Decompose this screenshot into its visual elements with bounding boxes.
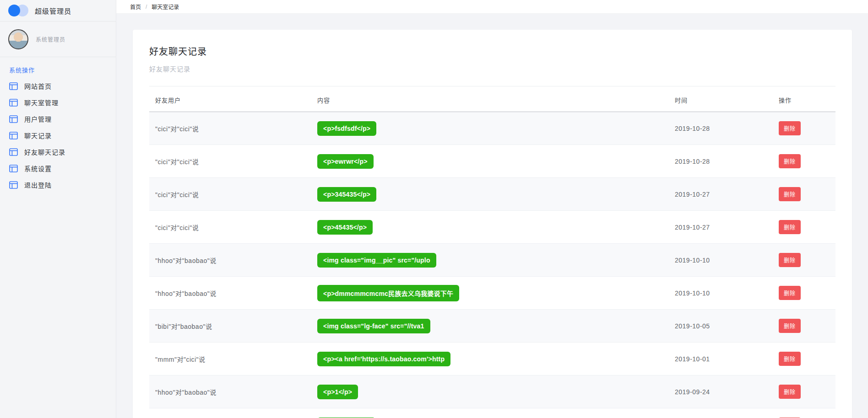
content-badge: <img class="img__pic" src="/uplo xyxy=(317,253,436,268)
row-content: <p>1</p> xyxy=(311,385,669,399)
row-content: <img class="lg-face" src="//tva1 xyxy=(311,319,669,333)
sidebar-menu-item[interactable]: 聊天记录 xyxy=(9,127,116,144)
column-header-content: 内容 xyxy=(311,96,669,104)
content-badge: <p>1</p> xyxy=(317,385,358,399)
menu-items-container: 网站首页 聊天室管理 用户管理 xyxy=(9,78,116,193)
content-badge: <p>fsdfsdf</p> xyxy=(317,121,376,136)
layout-grid-icon xyxy=(9,99,18,107)
row-content: <p>dmmcmmcmcmc民族去义乌我婆说下午 xyxy=(311,285,669,301)
column-header-time: 时间 xyxy=(669,96,773,104)
content-badge: <p>345435</p> xyxy=(317,187,376,202)
row-action: 删除 xyxy=(773,286,835,300)
user-role-label: 系统管理员 xyxy=(36,35,65,43)
table-row: "mmm"对"cici"说 <p><a href='https://s.taob… xyxy=(149,343,835,375)
sidebar-menu-item[interactable]: 网站首页 xyxy=(9,78,116,94)
topbar: 首页 / 聊天室记录 xyxy=(116,0,868,14)
sidebar-menu-item-label: 退出登陆 xyxy=(24,180,52,189)
layout-grid-icon xyxy=(9,148,18,156)
row-user: "hhoo"对"baobao"说 xyxy=(149,289,311,298)
row-action: 删除 xyxy=(773,385,835,399)
column-header-user: 好友用户 xyxy=(149,96,311,104)
delete-button[interactable]: 删除 xyxy=(779,220,801,234)
breadcrumb-home[interactable]: 首页 xyxy=(130,3,141,11)
logo-dark-circle xyxy=(8,5,20,16)
layout-grid-icon xyxy=(9,115,18,123)
content-badge: <p>45435</p> xyxy=(317,220,373,235)
row-user: "cici"对"cici"说 xyxy=(149,124,311,133)
layout-grid-icon xyxy=(9,82,18,90)
row-date: 2019-10-01 xyxy=(669,355,773,363)
brand-title: 超级管理员 xyxy=(35,6,71,16)
sidebar-menu-item-label: 聊天记录 xyxy=(24,131,52,140)
sidebar-menu-item[interactable]: 聊天室管理 xyxy=(9,94,116,111)
sidebar: 超级管理员 系统管理员 系统操作 网站首页 聊天室管理 xyxy=(0,0,116,418)
table-row: "cici"对"cici"说 <p>345435</p> 2019-10-27 … xyxy=(149,178,835,211)
row-action: 删除 xyxy=(773,154,835,168)
table-row: "hhoo"对"baobao"说 <p>111233</p> 2019-09-2… xyxy=(149,408,835,418)
table-row: "cici"对"cici"说 <p>ewrwr</p> 2019-10-28 删… xyxy=(149,145,835,178)
sidebar-menu-item[interactable]: 退出登陆 xyxy=(9,177,116,193)
sidebar-menu-item-label: 网站首页 xyxy=(24,81,52,91)
content-badge: <img class="lg-face" src="//tva1 xyxy=(317,319,430,333)
delete-button[interactable]: 删除 xyxy=(779,385,801,399)
delete-button[interactable]: 删除 xyxy=(779,352,801,366)
content-badge: <p>ewrwr</p> xyxy=(317,154,374,169)
row-content: <p>ewrwr</p> xyxy=(311,154,669,169)
content-badge: <p>dmmcmmcmcmc民族去义乌我婆说下午 xyxy=(317,285,459,301)
sidebar-menu-item[interactable]: 好友聊天记录 xyxy=(9,144,116,160)
row-action: 删除 xyxy=(773,319,835,333)
row-date: 2019-10-28 xyxy=(669,125,773,132)
breadcrumb-separator: / xyxy=(146,4,147,10)
row-date: 2019-10-28 xyxy=(669,158,773,165)
page-title: 好友聊天记录 xyxy=(149,44,835,58)
brand-row: 超级管理员 xyxy=(0,0,116,21)
row-user: "cici"对"cici"说 xyxy=(149,157,311,166)
row-action: 删除 xyxy=(773,121,835,135)
main-content: 好友聊天记录 好友聊天记录 好友用户 内容 时间 操作 "cici"对"cici… xyxy=(116,14,868,418)
avatar xyxy=(8,29,28,49)
row-action: 删除 xyxy=(773,187,835,201)
delete-button[interactable]: 删除 xyxy=(779,286,801,300)
row-date: 2019-10-05 xyxy=(669,322,773,330)
row-user: "cici"对"cici"说 xyxy=(149,190,311,199)
delete-button[interactable]: 删除 xyxy=(779,319,801,333)
row-action: 删除 xyxy=(773,220,835,234)
sidebar-menu-item-label: 聊天室管理 xyxy=(24,98,59,107)
page-subtitle: 好友聊天记录 xyxy=(149,64,835,73)
row-action: 删除 xyxy=(773,253,835,267)
delete-button[interactable]: 删除 xyxy=(779,121,801,135)
table-row: "bibi"对"baobao"说 <img class="lg-face" sr… xyxy=(149,310,835,343)
column-header-action: 操作 xyxy=(773,96,835,104)
content-badge: <p><a href='https://s.taobao.com'>http xyxy=(317,352,450,366)
table-row: "hhoo"对"baobao"说 <img class="img__pic" s… xyxy=(149,244,835,277)
row-content: <p>345435</p> xyxy=(311,187,669,202)
sidebar-menu-item-label: 用户管理 xyxy=(24,114,52,123)
row-date: 2019-10-27 xyxy=(669,191,773,198)
delete-button[interactable]: 删除 xyxy=(779,253,801,267)
row-user: "bibi"对"baobao"说 xyxy=(149,322,311,331)
row-user: "hhoo"对"baobao"说 xyxy=(149,256,311,265)
row-date: 2019-09-24 xyxy=(669,388,773,396)
sidebar-menu-item[interactable]: 用户管理 xyxy=(9,111,116,127)
table-header: 好友用户 内容 时间 操作 xyxy=(149,86,835,112)
table-row: "cici"对"cici"说 <p>fsdfsdf</p> 2019-10-28… xyxy=(149,112,835,145)
row-content: <p><a href='https://s.taobao.com'>http xyxy=(311,352,669,366)
delete-button[interactable]: 删除 xyxy=(779,187,801,201)
row-date: 2019-10-10 xyxy=(669,257,773,264)
row-user: "mmm"对"cici"说 xyxy=(149,354,311,364)
layout-grid-icon xyxy=(9,132,18,139)
layout-grid-icon xyxy=(9,181,18,189)
app-logo-icon xyxy=(8,5,28,16)
sidebar-menu-item-label: 系统设置 xyxy=(24,164,52,173)
row-user: "hhoo"对"baobao"说 xyxy=(149,387,311,397)
table-body: "cici"对"cici"说 <p>fsdfsdf</p> 2019-10-28… xyxy=(149,112,835,418)
row-date: 2019-10-27 xyxy=(669,224,773,231)
layout-grid-icon xyxy=(9,165,18,172)
row-content: <img class="img__pic" src="/uplo xyxy=(311,253,669,268)
sidebar-menu-item[interactable]: 系统设置 xyxy=(9,160,116,177)
delete-button[interactable]: 删除 xyxy=(779,154,801,168)
table-row: "hhoo"对"baobao"说 <p>dmmcmmcmcmc民族去义乌我婆说下… xyxy=(149,277,835,310)
row-date: 2019-10-10 xyxy=(669,289,773,297)
table-row: "hhoo"对"baobao"说 <p>1</p> 2019-09-24 删除 xyxy=(149,375,835,408)
content-card: 好友聊天记录 好友聊天记录 好友用户 内容 时间 操作 "cici"对"cici… xyxy=(133,30,852,418)
